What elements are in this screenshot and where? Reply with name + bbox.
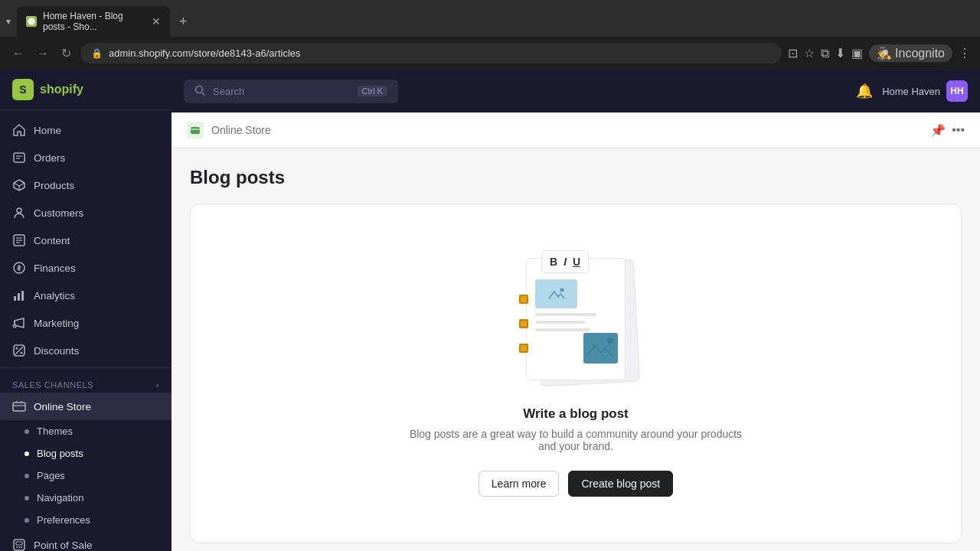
svg-line-28 [202, 92, 205, 95]
cast-icon[interactable]: ⊡ [788, 46, 798, 60]
illus-handle-2 [519, 319, 528, 328]
learn-more-button[interactable]: Learn more [479, 471, 560, 497]
tab-close-button[interactable]: ✕ [152, 15, 161, 28]
illus-handle-1 [519, 295, 528, 304]
sidebar-item-orders[interactable]: Orders [0, 144, 172, 171]
sub-item-dot-active [24, 452, 29, 456]
address-bar[interactable]: 🔒 admin.shopify.com/store/de8143-a6/arti… [80, 43, 782, 64]
reload-button[interactable]: ↻ [58, 43, 74, 64]
back-button[interactable]: ← [9, 44, 28, 64]
illustration-container: B I U [499, 250, 652, 388]
security-icon: 🔒 [91, 48, 103, 59]
sidebar-item-customers-label: Customers [34, 207, 83, 219]
sidebar-item-customers[interactable]: Customers [0, 199, 172, 227]
new-tab-button[interactable]: + [173, 11, 194, 33]
empty-state-card: B I U Write a blog post Blog posts are a… [190, 204, 962, 543]
empty-state-title: Write a blog post [523, 406, 629, 422]
svg-line-4 [14, 183, 19, 186]
sidebar-item-marketing[interactable]: Marketing [0, 309, 172, 337]
svg-line-5 [19, 183, 24, 186]
svg-rect-22 [16, 542, 22, 545]
sidebar-item-products[interactable]: Products [0, 171, 172, 199]
create-blog-post-button[interactable]: Create blog post [568, 471, 673, 497]
svg-point-17 [21, 352, 23, 354]
more-options-button[interactable]: ••• [952, 123, 965, 138]
preferences-label: Preferences [37, 514, 90, 526]
device-icon[interactable]: ▣ [851, 46, 863, 60]
sidebar-sub-item-preferences[interactable]: Preferences [24, 509, 172, 531]
svg-point-23 [16, 546, 18, 548]
sidebar-item-home[interactable]: Home [0, 116, 172, 144]
empty-state-actions: Learn more Create blog post [479, 471, 673, 497]
store-badge[interactable]: Home Haven HH [882, 80, 968, 102]
illus-image-placeholder [535, 279, 577, 308]
sidebar-item-discounts-label: Discounts [34, 345, 79, 357]
more-options-icon[interactable]: ⋮ [959, 46, 971, 60]
svg-rect-0 [14, 153, 24, 162]
illus-handles [519, 295, 528, 353]
svg-rect-32 [583, 333, 618, 364]
sidebar-sub-item-pages[interactable]: Pages [24, 465, 172, 487]
sidebar-item-online-store[interactable]: Online Store [0, 393, 172, 420]
shopify-logo: S shopify [12, 79, 83, 100]
sub-item-dot [24, 429, 29, 434]
shopify-logo-icon: S [12, 79, 34, 100]
browser-chrome: ▾ Home Haven - Blog posts - Sho... ✕ + ←… [0, 0, 980, 70]
download-icon[interactable]: ⬇ [835, 46, 845, 60]
incognito-icon: 🕵 [877, 46, 892, 60]
orders-icon [12, 151, 26, 165]
sidebar-sub-item-themes[interactable]: Themes [24, 420, 172, 442]
online-store-sub-menu: Themes Blog posts Pages Navigation Prefe… [0, 420, 172, 531]
online-store-label: Online Store [34, 401, 91, 412]
sidebar-item-content[interactable]: Content [0, 227, 172, 254]
illus-text-lines [535, 313, 596, 331]
svg-point-6 [17, 208, 21, 213]
sidebar-item-discounts[interactable]: Discounts [0, 337, 172, 364]
finances-icon [12, 261, 26, 275]
browser-tab-bar: ▾ Home Haven - Blog posts - Sho... ✕ + [0, 0, 980, 37]
store-avatar: HH [946, 80, 968, 102]
svg-point-16 [16, 347, 18, 350]
sidebar-sub-item-navigation[interactable]: Navigation [24, 487, 172, 509]
illus-second-image [583, 333, 618, 364]
content-icon [12, 233, 26, 247]
svg-point-31 [560, 289, 564, 292]
tab-list-arrow[interactable]: ▾ [6, 16, 11, 27]
forward-button[interactable]: → [34, 44, 52, 64]
app-layout: S shopify Home Orders P [0, 70, 980, 551]
svg-point-24 [18, 546, 20, 548]
browser-toolbar: ← → ↻ 🔒 admin.shopify.com/store/de8143-a… [0, 37, 980, 70]
point-of-sale-icon [12, 538, 26, 551]
home-icon [12, 123, 26, 137]
notification-button[interactable]: 🔔 [856, 83, 873, 99]
search-shortcut: Ctrl K [358, 86, 388, 96]
sales-channels-expand[interactable]: › [156, 380, 159, 390]
navigation-label: Navigation [37, 492, 83, 504]
store-name: Home Haven [882, 86, 940, 97]
blog-post-illustration: B I U [499, 250, 652, 388]
tab-title: Home Haven - Blog posts - Sho... [43, 11, 145, 32]
browser-tab-active[interactable]: Home Haven - Blog posts - Sho... ✕ [17, 6, 170, 37]
main-content: Search Ctrl K 🔔 Home Haven HH Online Sto… [172, 70, 980, 551]
sidebar-item-analytics[interactable]: Analytics [0, 282, 172, 309]
incognito-badge: 🕵 Incognito [869, 44, 952, 62]
sidebar-item-point-of-sale[interactable]: Point of Sale [0, 531, 172, 551]
pages-label: Pages [37, 470, 65, 481]
underline-icon: U [573, 256, 580, 268]
svg-point-25 [21, 546, 22, 548]
sidebar-item-content-label: Content [34, 235, 70, 246]
themes-label: Themes [37, 425, 73, 437]
bold-icon: B [550, 256, 557, 268]
svg-rect-14 [21, 291, 24, 301]
extensions-icon[interactable]: ⧉ [821, 47, 829, 60]
sidebar-sub-item-blog-posts[interactable]: Blog posts [24, 442, 172, 465]
page-header-bar: Online Store 📌 ••• [172, 112, 980, 148]
pin-button[interactable]: 📌 [930, 123, 946, 138]
sidebar-item-finances-label: Finances [34, 262, 76, 274]
sidebar-item-marketing-label: Marketing [34, 318, 79, 329]
breadcrumb-title: Online Store [211, 124, 271, 136]
search-icon [194, 85, 205, 98]
search-bar[interactable]: Search Ctrl K [184, 80, 398, 103]
bookmark-icon[interactable]: ☆ [804, 46, 815, 60]
sidebar-item-finances[interactable]: Finances [0, 254, 172, 282]
